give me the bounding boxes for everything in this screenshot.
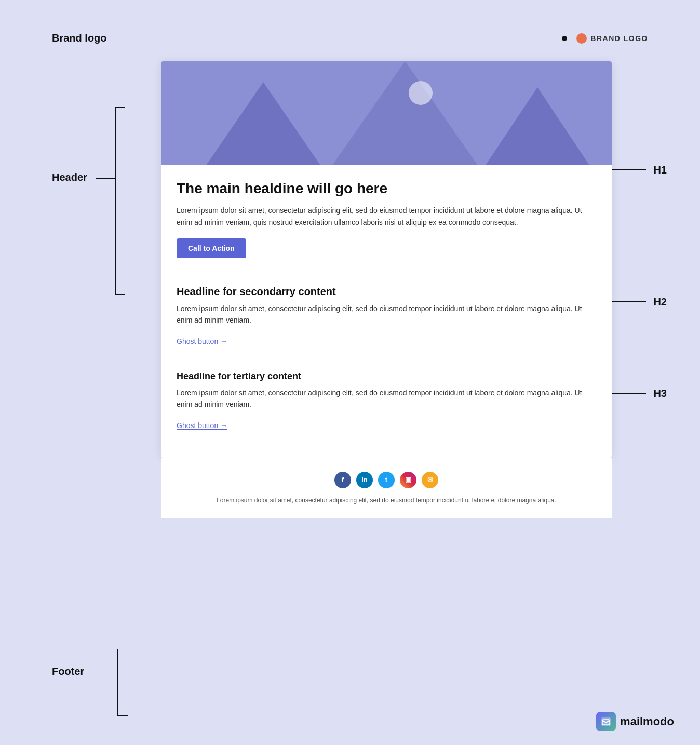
brand-logo-label: Brand logo [52, 32, 107, 44]
facebook-icon[interactable]: f [334, 472, 351, 488]
email-card: The main healdine will go here Lorem ips… [161, 61, 612, 458]
mailmodo-icon [596, 712, 616, 731]
h2-annotation-label: H2 [653, 296, 667, 308]
social-icons-row: f in t ▣ ✉ [177, 472, 596, 488]
cta-button[interactable]: Call to Action [177, 238, 246, 258]
hero-mountain-3 [486, 87, 589, 165]
tertiary-section: Headline for tertiary content Lorem ipsu… [161, 371, 612, 442]
secondary-section: Headline for secondarry content Lorem ip… [161, 286, 612, 358]
twitter-icon[interactable]: t [378, 472, 395, 488]
email-body-3: Lorem ipsum dolor sit amet, consectetur … [177, 387, 596, 410]
ghost-button-1[interactable]: Ghost button → [177, 337, 227, 345]
header-label: Header [52, 171, 87, 183]
footer-label: Footer [52, 666, 84, 677]
brand-logo-pill: BRAND LOGO [576, 33, 648, 44]
h1-annotation-label: H1 [653, 164, 667, 176]
page-wrapper: Brand logo BRAND LOGO Header H1 H2 H3 [0, 0, 700, 745]
bracket-top-h [115, 107, 125, 108]
email-h1: The main healdine will go here [177, 180, 596, 197]
footer-line [97, 672, 117, 673]
mailmodo-text: mailmodo [620, 715, 674, 728]
brand-logo-dot [562, 36, 567, 41]
footer-text: Lorem ipsum dolor sit amet, consectetur … [177, 496, 596, 505]
email-card-container: The main healdine will go here Lorem ips… [161, 61, 612, 663]
email-body-1: Lorem ipsum dolor sit amet, consectetur … [177, 205, 596, 228]
header-line [96, 178, 115, 179]
instagram-icon[interactable]: ▣ [400, 472, 416, 488]
card-main-content: The main healdine will go here Lorem ips… [161, 165, 612, 273]
brand-logo-text: BRAND LOGO [590, 34, 648, 43]
bracket-vertical [115, 107, 116, 294]
bracket-bottom-h [115, 294, 125, 295]
divider-1 [177, 273, 596, 273]
h3-annotation-label: H3 [653, 388, 667, 400]
linkedin-icon[interactable]: in [356, 472, 373, 488]
hero-image [161, 61, 612, 165]
footer-bracket-bottom-h [117, 715, 128, 716]
email-h3: Headline for tertiary content [177, 371, 596, 382]
email-body-2: Lorem ipsum dolor sit amet, consectetur … [177, 303, 596, 326]
footer-card: f in t ▣ ✉ Lorem ipsum dolor sit amet, c… [161, 458, 612, 518]
hero-mountain-2 [332, 61, 478, 165]
brand-orange-dot [576, 33, 587, 44]
hero-mountain-1 [206, 82, 320, 165]
brand-logo-line [114, 38, 562, 39]
footer-bracket-v [117, 649, 118, 716]
email-icon[interactable]: ✉ [422, 472, 438, 488]
brand-logo-row: Brand logo BRAND LOGO [52, 32, 648, 44]
ghost-button-2[interactable]: Ghost button → [177, 421, 227, 430]
email-h2: Headline for secondarry content [177, 286, 596, 298]
footer-bracket-top-h [117, 649, 128, 650]
divider-2 [177, 358, 596, 358]
mailmodo-brand: mailmodo [596, 712, 674, 731]
